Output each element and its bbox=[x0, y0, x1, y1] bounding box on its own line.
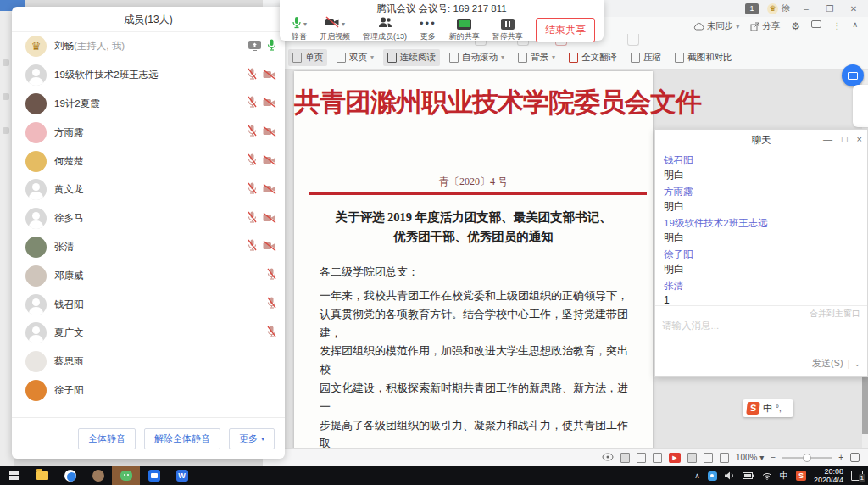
member-row[interactable]: 徐子阳 bbox=[12, 376, 285, 405]
sogou-tray-icon[interactable]: S bbox=[796, 471, 806, 481]
view-tool-button[interactable]: 全文翻译 ▾ bbox=[565, 49, 621, 66]
member-row[interactable]: 徐多马 bbox=[12, 204, 285, 233]
view-tool-button[interactable]: 背景 ▾ bbox=[514, 49, 559, 66]
settings-button[interactable]: ⚙ bbox=[791, 20, 800, 32]
ime-punctuation-indicator[interactable]: °, bbox=[776, 404, 782, 413]
close-button[interactable]: × bbox=[857, 130, 862, 148]
fullscreen-icon[interactable] bbox=[850, 453, 860, 462]
wps-button[interactable]: W bbox=[168, 466, 196, 485]
minimize-button[interactable]: – bbox=[798, 4, 814, 14]
tencent-meeting-button[interactable] bbox=[140, 466, 168, 485]
end-share-button[interactable]: 结束共享 bbox=[536, 18, 595, 42]
member-row[interactable]: 19级软件技术2班王志远 bbox=[12, 61, 285, 90]
view-tool-button[interactable]: 单页 ▾ bbox=[288, 49, 327, 66]
view-tool-button[interactable]: 截图和对比 ▾ bbox=[670, 49, 737, 66]
zoom-slider[interactable] bbox=[782, 457, 832, 459]
member-row[interactable]: 钱召阳 bbox=[12, 290, 285, 319]
manage-members-button[interactable]: 管理成员(13) bbox=[363, 17, 407, 42]
document-number: 青〔2020〕4 号 bbox=[294, 175, 653, 189]
minimize-button[interactable]: — bbox=[248, 7, 259, 31]
members-footer-button[interactable]: 解除全体静音▾ bbox=[144, 428, 220, 449]
close-button[interactable]: ✕ bbox=[846, 4, 861, 14]
chevron-down-icon[interactable]: ⌄ bbox=[854, 360, 860, 368]
minimize-button[interactable]: — bbox=[823, 130, 832, 148]
member-row[interactable]: 夏广文 bbox=[12, 319, 285, 348]
pause-share-button[interactable]: 暂停共享 bbox=[492, 17, 523, 42]
view-tool-button[interactable]: 双页 ▾ bbox=[332, 49, 378, 66]
chevron-down-icon[interactable]: ▾ bbox=[303, 20, 307, 28]
chevron-down-icon[interactable]: ▾ bbox=[342, 20, 345, 28]
chat-message: 19级软件技术2班王志远 明白 bbox=[664, 217, 859, 244]
send-button[interactable]: 发送(S) bbox=[812, 357, 843, 370]
comment-button[interactable] bbox=[811, 20, 821, 28]
start-video-button[interactable]: ▾ 开启视频 bbox=[320, 17, 350, 42]
wps-floating-assistant-button[interactable] bbox=[842, 64, 864, 86]
tab-count-badge[interactable]: 1 bbox=[745, 3, 759, 14]
member-row[interactable]: ♛ 刘畅(主持人, 我) bbox=[12, 32, 285, 61]
wifi-icon[interactable] bbox=[762, 472, 772, 480]
member-row[interactable]: 蔡思雨 bbox=[12, 348, 285, 376]
sync-status-button[interactable]: 未同步 ▾ bbox=[693, 20, 740, 32]
members-footer-button[interactable]: 更多▾ bbox=[229, 428, 275, 449]
read-mode-icon[interactable] bbox=[620, 453, 630, 463]
zoom-level[interactable]: 100% ▾ bbox=[736, 453, 764, 462]
fit-custom-icon[interactable] bbox=[720, 453, 729, 463]
browser-button[interactable] bbox=[56, 466, 84, 485]
avatar bbox=[25, 380, 47, 401]
volume-icon[interactable] bbox=[725, 471, 735, 480]
chat-input[interactable] bbox=[662, 320, 806, 348]
double-page-icon[interactable] bbox=[653, 453, 662, 463]
file-explorer-button[interactable] bbox=[28, 466, 56, 485]
play-slideshow-icon[interactable]: ▶ bbox=[669, 453, 681, 463]
fit-width-icon[interactable] bbox=[687, 453, 697, 463]
merge-to-main-link[interactable]: 合并到主窗口 bbox=[810, 308, 860, 320]
more-button[interactable]: ••• 更多 bbox=[420, 17, 437, 42]
chevron-up-icon: ∧ bbox=[852, 20, 858, 29]
sogou-logo-icon[interactable]: S bbox=[746, 402, 760, 415]
eye-protect-icon[interactable] bbox=[602, 453, 614, 463]
chat-messages[interactable]: 钱召阳 明白 方雨露 明白 19级软件技术2班王志远 明白 徐子阳 明白 张清 … bbox=[655, 150, 867, 304]
tray-app-icon[interactable] bbox=[708, 471, 717, 481]
zoom-in-button[interactable]: + bbox=[838, 453, 843, 462]
collapse-ribbon-button[interactable]: ∧ bbox=[852, 20, 858, 29]
tray-expand-icon[interactable]: ∧ bbox=[694, 471, 700, 480]
taskbar: W ∧ 中 S 20:08 2020/4/4 1 bbox=[0, 466, 868, 485]
fit-page-icon[interactable] bbox=[704, 453, 713, 463]
mute-button[interactable]: ▾ 静音 bbox=[292, 17, 307, 42]
share-button[interactable]: 分享 bbox=[750, 20, 780, 32]
battery-icon[interactable] bbox=[743, 472, 754, 479]
view-tool-button[interactable]: 自动滚动 ▾ bbox=[445, 49, 509, 66]
host-crown-icon: ♛ bbox=[25, 36, 47, 57]
member-row[interactable]: 何楚楚 bbox=[12, 147, 285, 176]
ime-toolbar[interactable]: S 中 °, bbox=[743, 399, 793, 417]
chat-message: 徐子阳 明白 bbox=[664, 248, 859, 276]
account-chip[interactable]: ♛ 徐 bbox=[767, 3, 790, 14]
new-share-button[interactable]: 新的共享 bbox=[449, 17, 480, 42]
zoom-out-button[interactable]: − bbox=[771, 453, 776, 462]
more-menu-button[interactable]: ⋮ bbox=[832, 20, 842, 31]
zoom-slider-knob[interactable] bbox=[803, 454, 811, 462]
member-row[interactable]: 黄文龙 bbox=[12, 176, 285, 204]
tray-language-indicator[interactable]: 中 bbox=[780, 470, 788, 482]
member-row[interactable]: 张清 bbox=[12, 233, 285, 262]
member-row[interactable]: 邓康威 bbox=[12, 261, 285, 290]
wechat-button[interactable] bbox=[112, 466, 140, 485]
taskbar-clock[interactable]: 20:08 2020/4/4 bbox=[814, 467, 843, 484]
collapsed-side-panel-handle[interactable] bbox=[853, 85, 868, 127]
single-page-icon[interactable] bbox=[637, 453, 646, 463]
member-name: 何楚楚 bbox=[54, 155, 84, 168]
ime-language-indicator[interactable]: 中 bbox=[763, 402, 772, 415]
view-tool-icon bbox=[449, 53, 459, 63]
maximize-button[interactable]: □ bbox=[842, 130, 848, 148]
members-footer-button[interactable]: 全体静音▾ bbox=[78, 428, 136, 449]
member-name: 蔡思雨 bbox=[54, 355, 84, 368]
maximize-button[interactable]: ❐ bbox=[822, 4, 837, 14]
member-row[interactable]: 方雨露 bbox=[12, 118, 285, 147]
view-tool-button[interactable]: 连续阅读 ▾ bbox=[383, 49, 440, 66]
member-name: 张清 bbox=[54, 241, 74, 254]
action-center-icon[interactable]: 1 bbox=[851, 471, 863, 481]
start-button[interactable] bbox=[0, 466, 28, 485]
member-row[interactable]: 19计2夏霞 bbox=[12, 90, 285, 119]
user-app-button[interactable] bbox=[84, 466, 112, 485]
view-tool-button[interactable]: 压缩 ▾ bbox=[626, 49, 665, 66]
